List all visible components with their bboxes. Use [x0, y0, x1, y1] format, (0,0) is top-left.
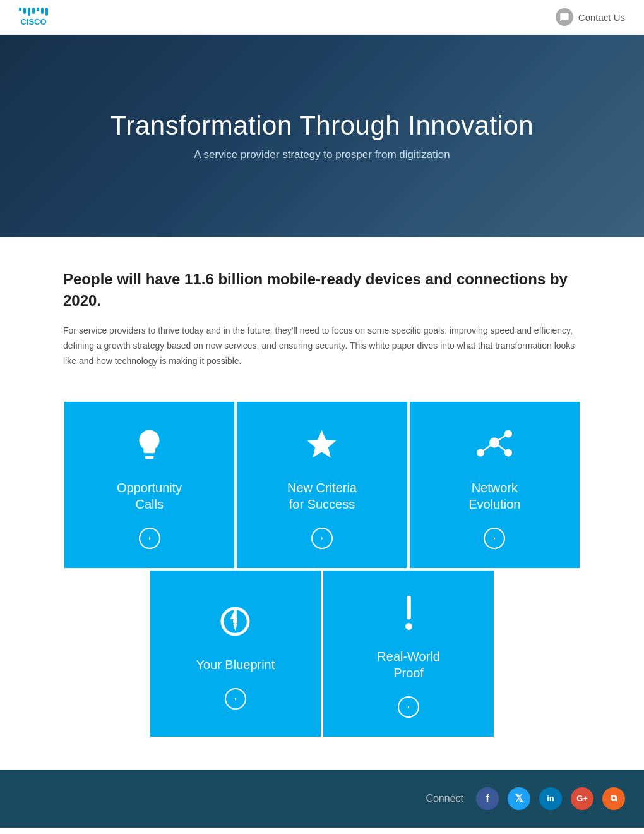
- arrow-right-icon-4: [232, 695, 239, 703]
- logo-area: CISCO: [19, 8, 48, 27]
- arrow-right-icon-5: [405, 703, 412, 711]
- card-opportunity-calls[interactable]: OpportunityCalls: [63, 401, 236, 569]
- card-opportunity-calls-arrow[interactable]: [139, 528, 160, 549]
- chat-icon: [559, 12, 569, 22]
- card-new-criteria-title: New Criteriafor Success: [287, 480, 357, 512]
- googleplus-button[interactable]: G+: [571, 787, 593, 810]
- svg-line-5: [494, 442, 508, 452]
- card-new-criteria[interactable]: New Criteriafor Success: [236, 401, 408, 569]
- cisco-text: CISCO: [20, 18, 46, 27]
- twitter-icon: 𝕏: [515, 792, 523, 805]
- hero-section: Transformation Through Innovation A serv…: [0, 35, 644, 237]
- card-real-world-proof[interactable]: Real-WorldProof: [322, 569, 495, 738]
- card-network-evolution-arrow[interactable]: [484, 528, 505, 549]
- arrow-right-icon: [146, 535, 153, 542]
- hero-subtitle: A service provider strategy to prosper f…: [110, 148, 534, 161]
- lightbulb-svg: [132, 427, 167, 462]
- network-svg: [475, 427, 513, 462]
- svg-line-4: [480, 442, 494, 452]
- main-content: People will have 11.6 billion mobile-rea…: [0, 237, 644, 394]
- exclamation-svg: [398, 596, 420, 631]
- stat-body: For service providers to thrive today an…: [63, 323, 581, 368]
- arrow-right-icon-3: [491, 535, 498, 542]
- card-real-world-proof-title: Real-WorldProof: [377, 648, 440, 681]
- linkedin-icon: in: [547, 794, 554, 803]
- cisco-bar-6: [41, 8, 44, 14]
- connect-label: Connect: [426, 793, 463, 804]
- card-your-blueprint[interactable]: Your Blueprint: [149, 569, 322, 738]
- contact-icon: [556, 8, 573, 26]
- facebook-button[interactable]: f: [476, 787, 499, 810]
- card-network-evolution-title: NetworkEvolution: [468, 480, 520, 512]
- star-svg: [304, 427, 339, 462]
- footer: Connect f 𝕏 in G+ ⧉: [0, 770, 644, 828]
- cisco-bar-7: [45, 8, 48, 16]
- arrow-right-icon-2: [318, 535, 326, 542]
- googleplus-icon: G+: [576, 794, 588, 803]
- stat-heading: People will have 11.6 billion mobile-rea…: [63, 269, 581, 311]
- cisco-logo: CISCO: [19, 8, 48, 27]
- cards-row-top: OpportunityCalls New Criteriafor Success: [63, 401, 581, 569]
- twitter-button[interactable]: 𝕏: [508, 787, 530, 810]
- card-your-blueprint-title: Your Blueprint: [196, 656, 275, 673]
- cards-row-bottom: Your Blueprint Real-WorldProof: [63, 569, 581, 738]
- network-icon: [475, 427, 513, 469]
- cisco-bar-2: [23, 8, 26, 14]
- cisco-bar-1: [19, 8, 21, 11]
- compass-icon: [218, 604, 253, 646]
- exclamation-icon: [398, 596, 420, 638]
- lightbulb-icon: [132, 427, 167, 469]
- card-network-evolution[interactable]: NetworkEvolution: [408, 401, 581, 569]
- card-real-world-proof-arrow[interactable]: [398, 696, 419, 718]
- facebook-icon: f: [486, 792, 489, 805]
- compass-svg: [218, 604, 253, 639]
- hero-content: Transformation Through Innovation A serv…: [73, 111, 571, 161]
- card-your-blueprint-arrow[interactable]: [225, 688, 246, 710]
- card-new-criteria-arrow[interactable]: [311, 528, 333, 549]
- rss-button[interactable]: ⧉: [602, 787, 625, 810]
- header: CISCO Contact Us: [0, 0, 644, 35]
- card-opportunity-calls-title: OpportunityCalls: [117, 480, 182, 512]
- svg-rect-8: [407, 596, 411, 619]
- cisco-bars: [19, 8, 48, 16]
- svg-point-9: [405, 623, 412, 630]
- hero-title: Transformation Through Innovation: [110, 111, 534, 141]
- contact-us-button[interactable]: Contact Us: [556, 8, 625, 26]
- star-icon: [304, 427, 339, 469]
- contact-us-label: Contact Us: [578, 12, 625, 23]
- rss-icon: ⧉: [611, 793, 617, 804]
- linkedin-button[interactable]: in: [539, 787, 562, 810]
- cisco-bar-3: [28, 8, 30, 16]
- cards-section: OpportunityCalls New Criteriafor Success: [0, 394, 644, 770]
- cisco-bar-5: [37, 8, 39, 11]
- svg-point-7: [233, 619, 237, 624]
- cisco-bar-4: [32, 8, 35, 14]
